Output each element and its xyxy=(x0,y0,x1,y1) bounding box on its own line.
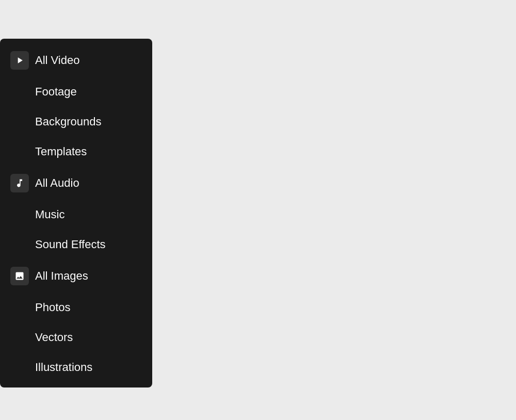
sidebar-section-video[interactable]: All Video xyxy=(0,44,152,77)
sidebar-section-images[interactable]: All Images xyxy=(0,260,152,293)
sidebar-item-backgrounds[interactable]: Backgrounds xyxy=(0,107,152,137)
sidebar-item-vectors[interactable]: Vectors xyxy=(0,322,152,352)
sidebar-item-sound-effects[interactable]: Sound Effects xyxy=(0,230,152,260)
sidebar-item-photos[interactable]: Photos xyxy=(0,293,152,322)
music-icon xyxy=(10,174,29,192)
play-icon xyxy=(10,51,29,70)
sidebar-section-audio-label: All Audio xyxy=(35,176,79,190)
sidebar-item-music[interactable]: Music xyxy=(0,200,152,230)
sidebar-item-footage[interactable]: Footage xyxy=(0,77,152,107)
sidebar-section-video-label: All Video xyxy=(35,54,79,67)
sidebar-section-images-label: All Images xyxy=(35,269,88,283)
sidebar-item-templates[interactable]: Templates xyxy=(0,137,152,167)
sidebar: All Video Footage Backgrounds Templates … xyxy=(0,39,152,387)
image-icon xyxy=(10,267,29,285)
main-content xyxy=(160,0,516,420)
sidebar-item-illustrations[interactable]: Illustrations xyxy=(0,352,152,382)
sidebar-section-audio[interactable]: All Audio xyxy=(0,167,152,200)
